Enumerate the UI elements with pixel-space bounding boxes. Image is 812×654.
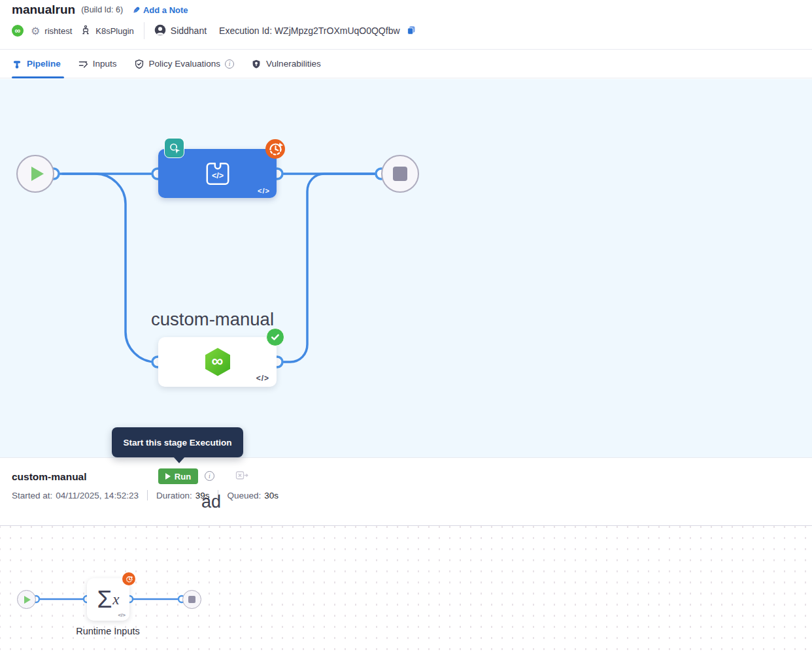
history-status-badge-icon: [265, 139, 285, 159]
matrix-exit-icon: [235, 470, 248, 481]
vulnerabilities-shield-icon: [251, 59, 262, 69]
queued-label: Queued:: [227, 491, 261, 500]
tab-vulnerabilities[interactable]: Vulnerabilities: [243, 50, 330, 78]
pencil-icon: ✎: [133, 5, 140, 15]
header-title-row: manualrun (Build Id: 6) ✎ Add a Note: [12, 3, 188, 17]
stage-label: custom-manual: [131, 309, 294, 330]
history-status-badge-icon: [122, 572, 135, 585]
harness-hexagon-icon: ∞: [202, 346, 233, 378]
manual-trigger-badge-icon: [164, 138, 184, 158]
stage-node-harness[interactable]: ∞ </>: [158, 337, 277, 387]
play-icon: [24, 596, 31, 604]
execution-footer: custom-manual Started at: 04/11/2025, 14…: [0, 457, 812, 525]
tooltip-text: Start this stage Execution: [124, 438, 232, 448]
code-icon: </>: [118, 612, 126, 618]
info-icon: i: [225, 59, 234, 69]
stage-node-custom-manual[interactable]: </> </>: [158, 149, 277, 198]
stop-icon: [393, 167, 407, 181]
run-label: Run: [175, 472, 191, 482]
tab-label: Pipeline: [27, 59, 61, 69]
pipeline-edges: [0, 79, 458, 457]
view-matrix-button[interactable]: [235, 470, 248, 483]
pipeline-icon: [12, 59, 22, 69]
execution-meta-row: Started at: 04/11/2025, 14:52:23 Duratio…: [12, 490, 279, 500]
pipeline-end-node: [381, 155, 419, 193]
tab-label: Vulnerabilities: [266, 59, 321, 69]
details-info-button[interactable]: i: [205, 471, 214, 481]
plugin-icon: [80, 25, 91, 37]
run-play-icon: [165, 473, 171, 480]
pipeline-canvas: </> </> custom-manual ad: [0, 79, 812, 457]
header-meta-row: ∞ ⚙ rishtest K8sPlugin Siddhant E: [12, 22, 416, 40]
mini-end-node: [182, 590, 201, 609]
mini-start-node: [17, 590, 36, 609]
success-check-badge-icon: [266, 328, 284, 346]
hidden-stage-label-fragment: ad: [201, 493, 221, 511]
header: manualrun (Build Id: 6) ✎ Add a Note ∞ ⚙…: [0, 0, 812, 50]
pipeline-start-node: [16, 155, 54, 193]
plugin-name: K8sPlugin: [95, 26, 134, 36]
gear-icon: ⚙: [31, 25, 40, 37]
tab-pipeline[interactable]: Pipeline: [12, 50, 69, 78]
page-title: manualrun: [12, 3, 75, 17]
started-at-label: Started at:: [12, 491, 52, 500]
inputs-icon: [78, 59, 88, 69]
sigma-icon: Σ: [97, 587, 112, 612]
policy-shield-icon: [134, 59, 144, 69]
custom-stage-icon: </>: [203, 159, 233, 189]
divider: [144, 22, 144, 39]
add-note-label: Add a Note: [143, 5, 188, 15]
started-at-value: 04/11/2025, 14:52:23: [56, 491, 139, 500]
run-button[interactable]: Run: [158, 468, 198, 484]
mini-node-label: Runtime Inputs: [59, 626, 157, 636]
runtime-inputs-node[interactable]: Σ x </>: [87, 578, 129, 621]
execution-id: Execution Id: WZjMpzg2TrOXmUqO0QQfbw: [219, 25, 399, 36]
add-note-link[interactable]: ✎ Add a Note: [133, 5, 188, 15]
duration-label: Duration:: [156, 491, 192, 500]
selected-stage-name: custom-manual: [12, 471, 87, 483]
tooltip-caret: [173, 457, 185, 463]
mini-pipeline-section: Σ x </> Runtime Inputs: [0, 525, 812, 654]
stop-icon: [188, 596, 195, 603]
play-icon: [31, 167, 44, 181]
tab-label: Inputs: [93, 59, 117, 69]
infinity-icon: ∞: [212, 353, 224, 371]
tab-policy-evaluations[interactable]: Policy Evaluations i: [126, 50, 243, 78]
pipeline-name: rishtest: [44, 26, 72, 36]
tab-bar: Pipeline Inputs Policy Evaluations i Vul…: [0, 50, 812, 78]
code-icon: </>: [256, 374, 269, 383]
build-id: (Build Id: 6): [81, 5, 123, 14]
user-name: Siddhant: [171, 25, 207, 36]
divider: [147, 490, 148, 500]
queued-value: 30s: [264, 491, 279, 500]
tab-label: Policy Evaluations: [149, 59, 221, 69]
stage-run-tooltip: Start this stage Execution: [112, 427, 243, 457]
tab-inputs[interactable]: Inputs: [69, 50, 126, 78]
sigma-x: x: [112, 591, 119, 608]
copy-icon[interactable]: [406, 25, 416, 37]
user-icon: [154, 24, 166, 38]
ci-module-icon: ∞: [12, 25, 24, 37]
svg-text:</>: </>: [211, 171, 223, 180]
code-icon: </>: [258, 187, 270, 195]
